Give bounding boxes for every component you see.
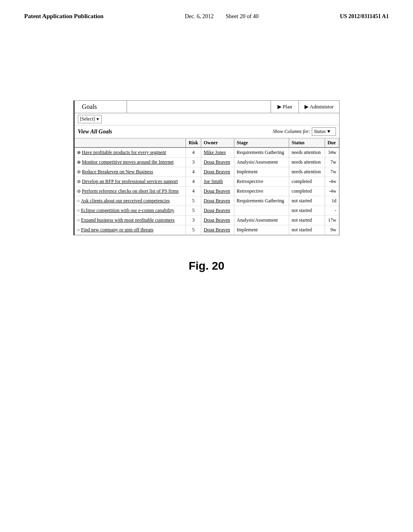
owner-cell[interactable]: Doug Beaven [201, 196, 234, 206]
col-header-goal [75, 139, 186, 148]
show-columns-value: Status [314, 129, 325, 135]
owner-cell[interactable]: Mike Jones [201, 148, 234, 158]
nav-admin-button[interactable]: ▶ Administor [299, 101, 339, 113]
goal-cell: ⊘Reduce Breakeven on New Business [75, 167, 186, 177]
status-cell: needs attention [289, 148, 325, 158]
stage-cell: Analysis/Assessment [234, 158, 289, 167]
publication-label: Patent Application Publication [24, 13, 104, 20]
select-placeholder: [Select] [80, 116, 95, 122]
table-row: ○Ask clients about our perceived compete… [75, 196, 339, 206]
goal-cell: ○Eclipse competition with our e-comm cap… [75, 206, 186, 216]
owner-cell[interactable]: Doug Beaven [201, 187, 234, 196]
goal-link[interactable]: Develop an RFP for professional services… [82, 179, 178, 184]
status-cell: completed [289, 187, 325, 196]
stage-cell: Requirements Gathering [234, 196, 289, 206]
risk-cell: 4 [186, 177, 201, 187]
sheet-info: Sheet 20 of 40 [226, 13, 259, 20]
risk-cell: 4 [186, 167, 201, 177]
status-cell: not started [289, 216, 325, 225]
nav-spacer [127, 101, 271, 113]
table-row: ○Expand business with most profitable cu… [75, 216, 339, 225]
goal-cell: ⊘Develop an RFP for professional service… [75, 177, 186, 187]
goals-table: Risk Owner Stage Status Due ⊗Have profit… [75, 138, 339, 235]
table-row: ⊘Perform reference checks on short list … [75, 187, 339, 196]
stage-cell [234, 206, 289, 216]
goal-link[interactable]: Perform reference checks on short list o… [82, 188, 179, 194]
stage-cell: Retrospective [234, 187, 289, 196]
status-cell: completed [289, 177, 325, 187]
goal-icon: ○ [77, 208, 80, 213]
table-row: ⊘Develop an RFP for professional service… [75, 177, 339, 187]
owner-cell[interactable]: Doug Beaven [201, 206, 234, 216]
col-header-status[interactable]: Status [289, 139, 325, 148]
due-cell: 34w [325, 148, 339, 158]
owner-cell[interactable]: Doug Beaven [201, 225, 234, 235]
owner-cell[interactable]: Joe Smith [201, 177, 234, 187]
stage-cell: Analysis/Assessment [234, 216, 289, 225]
publication-date: Dec. 6, 2012 [185, 13, 214, 20]
risk-cell: 3 [186, 158, 201, 167]
owner-cell[interactable]: Doug Beaven [201, 167, 234, 177]
goal-icon: ⊗ [77, 160, 81, 165]
ui-panel: Goals ▶ Plan ▶ Administor [Select] ▼ Vie… [73, 100, 340, 235]
table-row: ○Find new company or spin off threats5Do… [75, 225, 339, 235]
select-arrow: ▼ [96, 117, 100, 121]
fig-label: Fig. 20 [189, 260, 225, 272]
top-nav: Goals ▶ Plan ▶ Administor [75, 101, 339, 113]
status-cell: needs attention [289, 167, 325, 177]
owner-cell[interactable]: Doug Beaven [201, 216, 234, 225]
col-header-stage[interactable]: Stage [234, 139, 289, 148]
risk-cell: 5 [186, 225, 201, 235]
goal-link[interactable]: Have profitable products for every segme… [82, 150, 166, 155]
goal-cell: ⊗Monitor competitive moves around the In… [75, 158, 186, 167]
status-cell: needs attention [289, 158, 325, 167]
owner-cell[interactable]: Doug Beaven [201, 158, 234, 167]
show-columns-arrow: ▼ [326, 129, 331, 135]
table-row: ○Eclipse competition with our e-comm cap… [75, 206, 339, 216]
risk-cell: 5 [186, 206, 201, 216]
show-columns-area: Show Columns for: Status ▼ [273, 127, 336, 136]
goal-cell: ⊘Perform reference checks on short list … [75, 187, 186, 196]
goal-icon: ⊗ [77, 150, 81, 155]
select-dropdown[interactable]: [Select] ▼ [78, 115, 102, 123]
goal-cell: ○Expand business with most profitable cu… [75, 216, 186, 225]
goal-icon: ○ [77, 218, 80, 222]
show-columns-label: Show Columns for: [273, 129, 310, 135]
status-cell: not started [289, 206, 325, 216]
goal-icon: ○ [77, 198, 80, 203]
main-content: Goals ▶ Plan ▶ Administor [Select] ▼ Vie… [0, 20, 413, 272]
risk-cell: 4 [186, 148, 201, 158]
due-cell: 1d [325, 196, 339, 206]
due-cell: -4w [325, 177, 339, 187]
stage-cell: Retrospective [234, 177, 289, 187]
goal-link[interactable]: Monitor competitive moves around the Int… [82, 159, 174, 165]
nav-goals[interactable]: Goals [75, 101, 127, 113]
goal-cell: ○Ask clients about our perceived compete… [75, 196, 186, 206]
goal-icon: ⊘ [77, 189, 81, 194]
due-cell: - [325, 206, 339, 216]
goal-cell: ○Find new company or spin off threats [75, 225, 186, 235]
goal-link[interactable]: Eclipse competition with our e-comm capa… [81, 208, 175, 213]
status-cell: not started [289, 196, 325, 206]
stage-cell: Requirements Gathering [234, 148, 289, 158]
table-header-row: Risk Owner Stage Status Due [75, 139, 339, 148]
patent-number: US 2012/0311451 A1 [340, 13, 389, 20]
due-cell: 9w [325, 225, 339, 235]
due-cell: -4w [325, 187, 339, 196]
goal-link[interactable]: Reduce Breakeven on New Business [82, 169, 153, 175]
stage-cell: Implement [234, 225, 289, 235]
stage-cell: Implement [234, 167, 289, 177]
risk-cell: 5 [186, 196, 201, 206]
goal-link[interactable]: Ask clients about our perceived competen… [81, 198, 170, 204]
goal-link[interactable]: Expand business with most profitable cus… [81, 217, 175, 223]
col-header-owner[interactable]: Owner [201, 139, 234, 148]
due-cell: 17w [325, 216, 339, 225]
nav-plan-button[interactable]: ▶ Plan [271, 101, 299, 113]
goal-link[interactable]: Find new company or spin off threats [81, 227, 154, 233]
show-columns-select[interactable]: Status ▼ [312, 127, 336, 136]
due-cell: 7w [325, 158, 339, 167]
col-header-due[interactable]: Due [325, 139, 339, 148]
due-cell: 7w [325, 167, 339, 177]
col-header-risk[interactable]: Risk [186, 139, 201, 148]
goal-icon: ⊘ [77, 169, 81, 175]
